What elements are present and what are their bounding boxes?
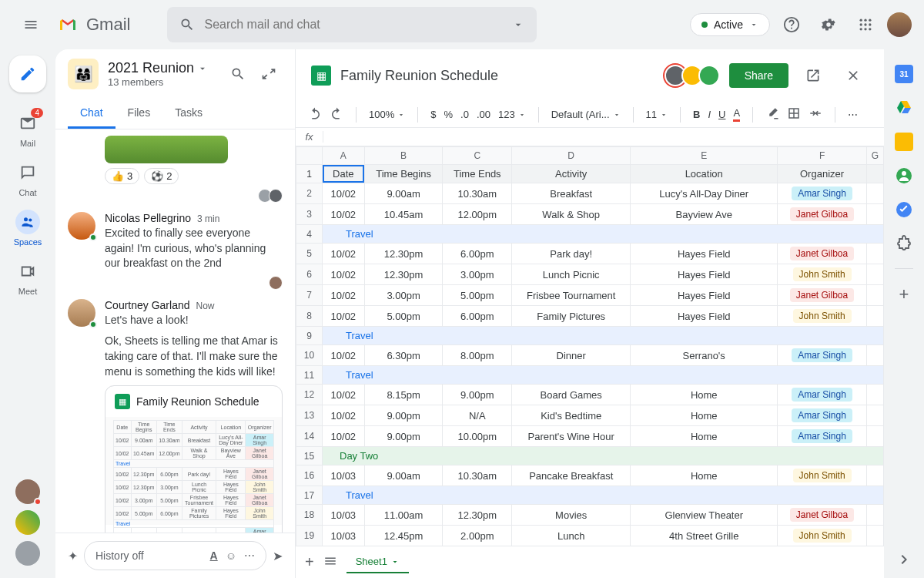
main-menu-button[interactable] [12, 6, 49, 43]
status-chip[interactable]: Active [690, 13, 770, 36]
data-cell[interactable]: 12.45pm [364, 526, 443, 546]
merge-button[interactable] [808, 106, 822, 123]
row-number[interactable]: 3 [296, 204, 323, 225]
redo-button[interactable] [330, 106, 343, 123]
header-cell[interactable]: Date [323, 165, 365, 183]
row-number[interactable]: 15 [296, 447, 323, 465]
row-number[interactable]: 8 [296, 306, 323, 327]
apps-button[interactable] [850, 9, 881, 40]
search-input[interactable] [204, 18, 503, 32]
image-attachment[interactable] [105, 136, 228, 163]
column-header[interactable]: F [778, 147, 867, 165]
column-header[interactable]: B [364, 147, 443, 165]
sheets-attachment-card[interactable]: ▦Family Reunion Schedule DateTime Begins… [105, 385, 283, 533]
data-cell[interactable]: 10.45am [364, 204, 443, 225]
reaction-thumbs-up[interactable]: 👍 3 [105, 168, 139, 184]
data-cell[interactable]: 9.00pm [443, 385, 512, 405]
open-in-new-button[interactable] [798, 60, 829, 91]
add-sheet-button[interactable]: + [305, 553, 314, 571]
data-cell[interactable]: Hayes Field [631, 285, 778, 306]
data-cell[interactable]: 11.00am [364, 505, 443, 526]
data-cell[interactable]: Pancake Breakfast [512, 465, 631, 486]
data-cell[interactable]: 9.00am [364, 465, 443, 486]
collaborator-avatars[interactable] [669, 65, 720, 86]
row-number[interactable]: 5 [296, 244, 323, 264]
header-cell[interactable]: Time Ends [443, 165, 512, 183]
organizer-cell[interactable]: John Smith [778, 306, 867, 327]
data-cell[interactable]: 3.00pm [443, 264, 512, 285]
format-button[interactable]: A [210, 549, 218, 562]
data-cell[interactable]: Hayes Field [631, 306, 778, 327]
row-number[interactable]: 2 [296, 183, 323, 204]
row-number[interactable]: 4 [296, 225, 323, 244]
row-number[interactable]: 7 [296, 285, 323, 306]
data-cell[interactable]: 6.00pm [443, 244, 512, 264]
gmail-logo[interactable]: Gmail [55, 15, 130, 35]
add-button[interactable]: + [895, 284, 913, 303]
data-cell[interactable]: 10/02 [323, 405, 365, 426]
compose-button[interactable] [9, 55, 46, 92]
borders-button[interactable] [787, 106, 801, 123]
sheet-tab[interactable]: Sheet1 [346, 551, 409, 573]
space-name[interactable]: 2021 Reunion [108, 60, 208, 76]
data-cell[interactable]: 10/02 [323, 183, 365, 204]
account-avatar[interactable] [887, 12, 912, 37]
data-cell[interactable]: Parent's Wine Hour [512, 426, 631, 447]
message-input[interactable]: History off A ☺ ⋯ [84, 541, 266, 570]
organizer-cell[interactable]: Amar Singh [778, 345, 867, 366]
header-cell[interactable]: Location [631, 165, 778, 183]
more-formats-button[interactable]: 123 [498, 109, 526, 120]
data-cell[interactable]: Lucy's All-Day Diner [631, 183, 778, 204]
data-cell[interactable]: 10/03 [323, 465, 365, 486]
data-cell[interactable]: 10/02 [323, 306, 365, 327]
row-number[interactable]: 17 [296, 486, 323, 505]
data-cell[interactable]: Home [631, 465, 778, 486]
row-number[interactable]: 13 [296, 405, 323, 426]
data-cell[interactable]: Family Pictures [512, 306, 631, 327]
send-button[interactable]: ➤ [273, 549, 283, 563]
contacts-app-icon[interactable] [895, 166, 913, 185]
share-button[interactable]: Share [729, 63, 788, 88]
data-cell[interactable]: 5.00pm [443, 285, 512, 306]
data-cell[interactable]: 4th Street Grille [631, 526, 778, 546]
drive-app-icon[interactable] [895, 99, 913, 117]
travel-cell[interactable]: Travel [323, 366, 884, 385]
data-cell[interactable]: 6.30pm [364, 345, 443, 366]
suggestion-icon[interactable]: ✦ [68, 549, 78, 563]
data-cell[interactable]: 10/03 [323, 505, 365, 526]
travel-cell[interactable]: Travel [323, 327, 884, 345]
organizer-cell[interactable]: Janet Gilboa [778, 285, 867, 306]
data-cell[interactable]: Movies [512, 505, 631, 526]
data-cell[interactable]: 9.00pm [364, 426, 443, 447]
italic-button[interactable]: I [708, 109, 711, 120]
row-number[interactable]: 16 [296, 465, 323, 486]
keep-app-icon[interactable] [895, 133, 913, 151]
document-title[interactable]: Family Reunion Schedule [340, 68, 498, 84]
search-options-icon[interactable] [512, 18, 524, 31]
data-cell[interactable]: Hayes Field [631, 244, 778, 264]
data-cell[interactable]: 12.30pm [443, 505, 512, 526]
column-header[interactable]: C [443, 147, 512, 165]
data-cell[interactable]: 12.00pm [443, 204, 512, 225]
data-cell[interactable]: Park day! [512, 244, 631, 264]
data-cell[interactable]: Glenview Theater [631, 505, 778, 526]
row-number[interactable]: 19 [296, 526, 323, 546]
organizer-cell[interactable]: John Smith [778, 465, 867, 486]
column-header[interactable]: A [323, 147, 365, 165]
data-cell[interactable]: Lunch [512, 526, 631, 546]
emoji-button[interactable]: ☺ [226, 549, 236, 562]
data-cell[interactable]: 10/02 [323, 244, 365, 264]
data-cell[interactable]: 12.30pm [364, 264, 443, 285]
text-color-button[interactable]: A [733, 107, 740, 122]
row-number[interactable]: 10 [296, 345, 323, 366]
all-sheets-button[interactable] [323, 554, 337, 571]
column-header[interactable]: D [512, 147, 631, 165]
data-cell[interactable]: Bayview Ave [631, 204, 778, 225]
data-cell[interactable]: 10.30am [443, 465, 512, 486]
tab-files[interactable]: Files [116, 99, 163, 129]
currency-button[interactable]: $ [430, 109, 436, 120]
row-number[interactable]: 6 [296, 264, 323, 285]
organizer-cell[interactable]: Amar Singh [778, 385, 867, 405]
bold-button[interactable]: B [693, 109, 700, 120]
data-cell[interactable]: Kid's Bedtime [512, 405, 631, 426]
